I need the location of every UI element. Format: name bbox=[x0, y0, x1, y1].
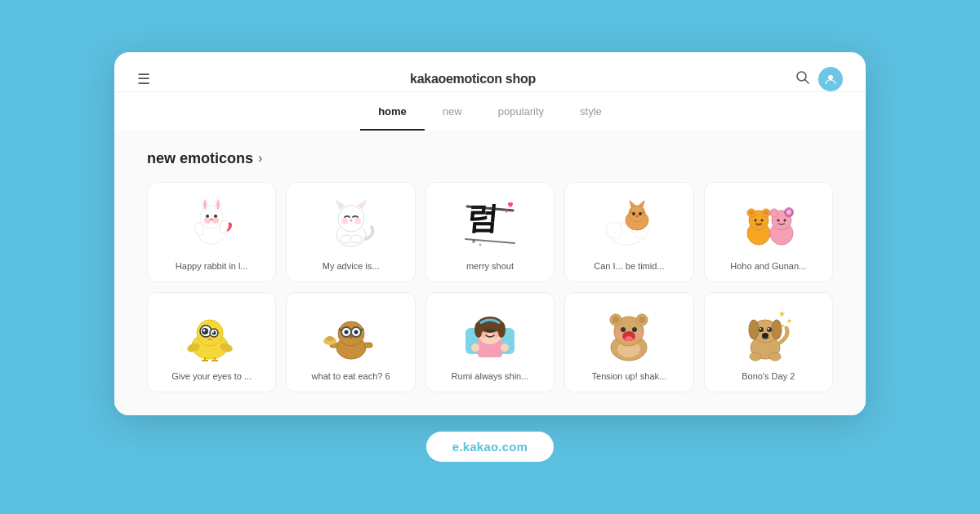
svg-point-65 bbox=[203, 329, 206, 331]
svg-point-94 bbox=[481, 331, 488, 338]
tab-home[interactable]: home bbox=[360, 94, 425, 131]
emoticon-label-6: Give your eyes to ... bbox=[172, 370, 252, 382]
rabbit-icon bbox=[179, 194, 244, 251]
svg-point-49 bbox=[760, 219, 763, 222]
svg-point-118 bbox=[759, 327, 764, 332]
emoticon-label-4: Can I... be timid... bbox=[594, 260, 664, 272]
svg-point-119 bbox=[767, 327, 772, 332]
svg-point-33 bbox=[606, 222, 622, 238]
cat-cloud-icon bbox=[596, 194, 662, 251]
svg-marker-37 bbox=[630, 201, 635, 207]
bird-icon bbox=[179, 305, 244, 362]
svg-point-97 bbox=[501, 343, 509, 352]
svg-point-48 bbox=[754, 219, 756, 222]
bear-friends-icon bbox=[736, 194, 801, 251]
menu-icon[interactable]: ☰ bbox=[137, 72, 150, 86]
tab-new[interactable]: new bbox=[425, 94, 480, 131]
tab-popularity[interactable]: popularity bbox=[480, 94, 562, 131]
svg-point-66 bbox=[212, 331, 214, 333]
svg-point-31 bbox=[479, 244, 481, 246]
search-icon bbox=[795, 70, 810, 85]
svg-point-53 bbox=[770, 209, 778, 217]
svg-point-17 bbox=[338, 206, 364, 232]
emoticons-grid: Happy rabbit in l... bbox=[147, 182, 833, 393]
svg-point-117 bbox=[772, 320, 782, 339]
emoticon-label-10: Bono's Day 2 bbox=[742, 370, 795, 382]
emoticon-card-10[interactable]: ★ ★ ✦ bbox=[704, 292, 833, 392]
food-icon bbox=[318, 305, 384, 362]
svg-point-95 bbox=[492, 331, 499, 338]
emoticon-label-3: merry shout bbox=[466, 260, 514, 272]
svg-point-87 bbox=[326, 336, 334, 341]
emoticon-image-5 bbox=[732, 193, 805, 254]
svg-point-64 bbox=[212, 330, 216, 335]
svg-point-124 bbox=[769, 352, 781, 361]
svg-point-110 bbox=[635, 330, 643, 339]
logo-prefix: kakao bbox=[410, 72, 446, 86]
svg-point-22 bbox=[350, 219, 352, 222]
svg-point-12 bbox=[212, 217, 219, 224]
user-icon bbox=[824, 73, 837, 86]
emoticon-card-9[interactable]: Tension up! shak... bbox=[564, 292, 693, 392]
emoticon-card-6[interactable]: Give your eyes to ... bbox=[147, 292, 276, 392]
svg-point-121 bbox=[768, 328, 769, 330]
svg-point-82 bbox=[354, 330, 358, 334]
svg-point-36 bbox=[629, 206, 645, 222]
emoticon-card-1[interactable]: Happy rabbit in l... bbox=[147, 182, 276, 282]
svg-point-26 bbox=[350, 235, 362, 243]
emoticon-image-7 bbox=[314, 303, 388, 364]
svg-point-11 bbox=[204, 217, 211, 224]
svg-point-46 bbox=[749, 211, 753, 215]
logo: kakaoemoticon shop bbox=[410, 72, 536, 86]
svg-point-57 bbox=[777, 219, 779, 222]
avatar[interactable] bbox=[818, 67, 843, 91]
cat-icon bbox=[318, 194, 384, 251]
emoticon-card-5[interactable]: Hoho and Gunan... bbox=[704, 182, 833, 282]
emoticon-label-5: Hoho and Gunan... bbox=[730, 260, 806, 272]
svg-point-30 bbox=[472, 240, 475, 243]
bear-tension-icon bbox=[596, 305, 662, 362]
emoticon-image-6 bbox=[175, 303, 248, 364]
svg-point-23 bbox=[341, 218, 348, 224]
section-arrow: › bbox=[258, 151, 262, 166]
emoticon-image-9 bbox=[592, 303, 666, 364]
logo-suffix: shop bbox=[502, 72, 536, 86]
emoticon-card-2[interactable]: My advice is... bbox=[286, 182, 415, 282]
svg-point-39 bbox=[632, 212, 635, 215]
emoticon-image-2 bbox=[314, 193, 388, 254]
svg-point-120 bbox=[760, 328, 761, 330]
tab-style[interactable]: style bbox=[562, 94, 620, 131]
header-actions bbox=[795, 67, 843, 91]
svg-point-2 bbox=[828, 75, 833, 80]
emoticon-card-3[interactable]: 럼 merry shout bbox=[425, 182, 555, 282]
emoticon-card-4[interactable]: Can I... be timid... bbox=[564, 182, 693, 282]
main-content: new emoticons › bbox=[114, 131, 866, 416]
section-title: new emoticons bbox=[147, 150, 253, 167]
svg-point-104 bbox=[639, 317, 645, 323]
svg-text:★: ★ bbox=[786, 317, 792, 325]
nav-tabs: home new popularity style bbox=[114, 94, 866, 131]
search-button[interactable] bbox=[795, 70, 810, 87]
svg-point-81 bbox=[344, 330, 348, 334]
svg-line-1 bbox=[804, 80, 808, 84]
emoticon-label-7: what to eat each? 6 bbox=[312, 370, 390, 382]
svg-point-58 bbox=[783, 219, 786, 222]
svg-point-116 bbox=[749, 320, 759, 339]
logo-bold: emoticon bbox=[446, 72, 502, 86]
svg-point-40 bbox=[639, 212, 642, 215]
header: ☰ kakaoemoticon shop bbox=[114, 52, 866, 92]
svg-marker-38 bbox=[639, 201, 644, 207]
svg-point-41 bbox=[636, 215, 639, 218]
svg-rect-85 bbox=[364, 343, 372, 348]
svg-point-47 bbox=[764, 211, 768, 215]
emoticon-image-8 bbox=[453, 303, 527, 364]
svg-point-103 bbox=[612, 317, 619, 323]
emoticon-card-7[interactable]: what to eat each? 6 bbox=[286, 292, 415, 392]
emoticon-card-8[interactable]: Rumi always shin... bbox=[425, 292, 555, 392]
emoticon-image-3: 럼 bbox=[453, 193, 527, 254]
emoticon-label-8: Rumi always shin... bbox=[452, 370, 529, 382]
svg-point-7 bbox=[203, 200, 207, 210]
svg-point-56 bbox=[786, 210, 791, 215]
svg-point-96 bbox=[471, 343, 479, 352]
dog-icon: ★ ★ ✦ bbox=[736, 305, 801, 362]
